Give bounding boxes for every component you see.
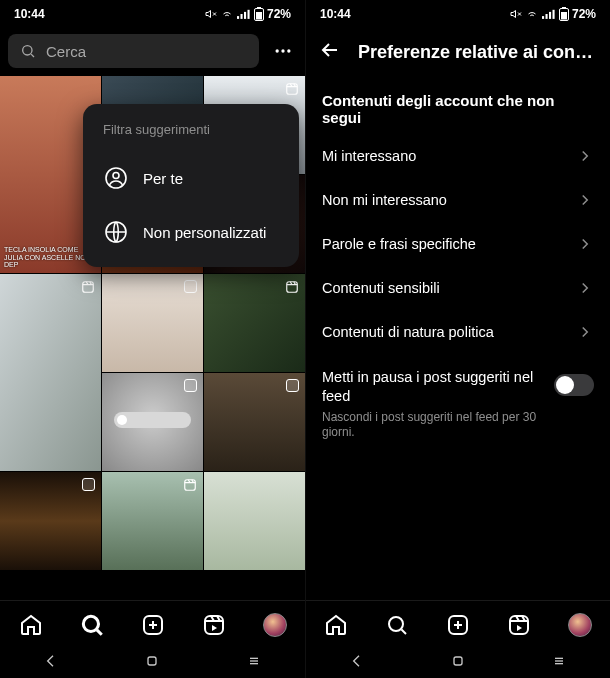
carousel-icon (286, 379, 299, 392)
reel-icon (285, 280, 299, 294)
nav-search[interactable] (384, 612, 410, 638)
bottom-nav (0, 600, 305, 648)
reels-icon (507, 613, 531, 637)
system-nav (0, 648, 305, 678)
grid-tile[interactable] (0, 274, 101, 471)
carousel-icon (82, 478, 95, 491)
battery-icon (559, 7, 569, 21)
status-battery: 72% (267, 7, 291, 21)
pill-placeholder (114, 412, 191, 428)
svg-rect-1 (240, 14, 242, 19)
status-icons: 72% (510, 7, 596, 21)
wifi-icon (525, 8, 539, 20)
screen-explore: 10:44 72% Cerca TECLA INSOLIA COME JULIA… (0, 0, 305, 678)
nav-search[interactable] (79, 612, 105, 638)
svg-rect-25 (148, 657, 156, 665)
nav-reels[interactable] (201, 612, 227, 638)
nav-home[interactable] (323, 612, 349, 638)
toggle-switch[interactable] (554, 374, 594, 396)
back-button[interactable] (318, 38, 342, 66)
grid-tile[interactable] (0, 472, 101, 570)
row-not-interested[interactable]: Non mi interessano (306, 178, 610, 222)
svg-point-19 (83, 616, 98, 631)
row-pause-suggested: Metti in pausa i post suggeriti nel feed… (306, 354, 610, 455)
sys-back[interactable] (43, 653, 59, 673)
more-button[interactable] (269, 37, 297, 65)
search-icon (385, 613, 409, 637)
sys-recents[interactable] (246, 653, 262, 673)
nav-home[interactable] (18, 612, 44, 638)
dropdown-item-label: Non personalizzati (143, 224, 266, 241)
plus-square-icon (141, 613, 165, 637)
dropdown-item-not-personalized[interactable]: Non personalizzati (83, 205, 299, 259)
nav-create[interactable] (445, 612, 471, 638)
nav-profile[interactable] (567, 612, 593, 638)
svg-rect-6 (256, 12, 262, 20)
dropdown-title: Filtra suggerimenti (83, 122, 299, 151)
filter-dropdown: Filtra suggerimenti Per te Non personali… (83, 104, 299, 267)
screen-settings: 10:44 72% Preferenze relative ai conte..… (305, 0, 610, 678)
row-political[interactable]: Contenuti di natura politica (306, 310, 610, 354)
grid-tile[interactable] (102, 274, 203, 372)
svg-line-20 (96, 629, 101, 634)
search-input[interactable]: Cerca (8, 34, 259, 68)
status-bar: 10:44 72% (0, 0, 305, 28)
home-icon (19, 613, 43, 637)
row-label: Contenuti di natura politica (322, 324, 494, 340)
explore-grid: TECLA INSOLIA COME JULIA CON ASCELLE NON… (0, 76, 305, 600)
bottom-nav (306, 600, 610, 648)
svg-rect-30 (545, 14, 547, 19)
search-icon (79, 612, 105, 638)
sys-home[interactable] (450, 653, 466, 673)
status-time: 10:44 (14, 7, 45, 21)
svg-point-9 (276, 49, 279, 52)
search-row: Cerca (0, 28, 305, 76)
grid-tile[interactable] (102, 373, 203, 471)
globe-icon (103, 219, 129, 245)
svg-point-36 (389, 617, 403, 631)
svg-rect-24 (205, 616, 223, 634)
nav-create[interactable] (140, 612, 166, 638)
sys-home[interactable] (144, 653, 160, 673)
grid-tile[interactable] (204, 472, 305, 570)
sys-back[interactable] (349, 653, 365, 673)
reels-icon (202, 613, 226, 637)
toggle-title: Metti in pausa i post suggeriti nel feed (322, 368, 544, 406)
reel-icon (81, 280, 95, 294)
section-title: Contenuti degli account che non segui (306, 76, 610, 134)
toggle-subtitle: Nascondi i post suggeriti nel feed per 3… (322, 410, 544, 441)
chevron-right-icon (576, 147, 594, 165)
page-title: Preferenze relative ai conte... (358, 42, 598, 63)
grid-tile[interactable] (204, 373, 305, 471)
status-battery: 72% (572, 7, 596, 21)
dropdown-item-for-you[interactable]: Per te (83, 151, 299, 205)
row-label: Mi interessano (322, 148, 416, 164)
wifi-icon (220, 8, 234, 20)
search-icon (20, 43, 36, 59)
mute-icon (205, 8, 217, 20)
svg-rect-14 (287, 282, 298, 293)
row-label: Parole e frasi specifiche (322, 236, 476, 252)
svg-point-11 (287, 49, 290, 52)
grid-tile[interactable] (102, 472, 203, 570)
chevron-right-icon (576, 191, 594, 209)
arrow-left-icon (318, 38, 342, 62)
row-sensitive[interactable]: Contenuti sensibili (306, 266, 610, 310)
signal-icon (542, 8, 556, 20)
svg-rect-32 (552, 10, 554, 19)
row-interested[interactable]: Mi interessano (306, 134, 610, 178)
svg-rect-2 (244, 12, 246, 19)
svg-rect-31 (549, 12, 551, 19)
page-header: Preferenze relative ai conte... (306, 28, 610, 76)
grid-tile[interactable] (204, 274, 305, 372)
carousel-icon (184, 379, 197, 392)
svg-rect-12 (287, 84, 298, 95)
reel-icon (285, 82, 299, 96)
nav-reels[interactable] (506, 612, 532, 638)
chevron-right-icon (576, 279, 594, 297)
nav-profile[interactable] (262, 612, 288, 638)
svg-rect-0 (237, 16, 239, 19)
status-time: 10:44 (320, 7, 351, 21)
row-words[interactable]: Parole e frasi specifiche (306, 222, 610, 266)
sys-recents[interactable] (551, 653, 567, 673)
